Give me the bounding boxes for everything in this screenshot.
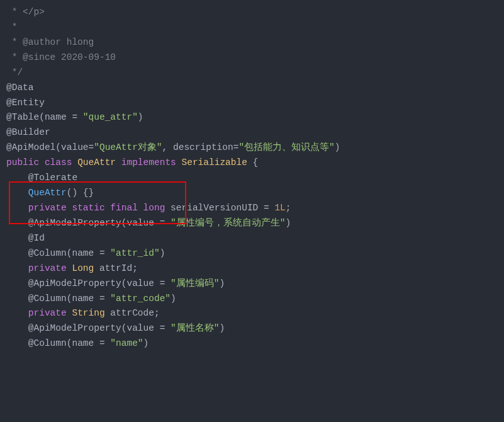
code-token: "包括能力、知识点等" [238,142,334,152]
code-token: () {} [67,188,94,198]
code-token: ) [219,278,225,288]
code-token: private [28,263,67,273]
code-token: private [28,203,67,213]
code-token: Long [72,263,94,273]
code-line: @Column(name = "name") [6,336,498,351]
code-token: * @author hlong [12,37,94,47]
code-token: ; [286,203,291,213]
code-token: ) [138,112,143,122]
code-line: * @author hlong [6,35,498,50]
code-token: , description= [162,142,239,152]
code-token: static [72,203,104,213]
code-line: private static final long serialVersionU… [6,201,498,216]
code-token: ) [143,338,149,348]
code-token: ) [160,248,165,258]
code-line: @Column(name = "attr_code") [6,292,498,307]
code-token: QueAttr [28,188,67,198]
code-token: @Builder [6,127,50,137]
code-token: @Tolerate [28,173,77,183]
code-token: * @since 2020-09-10 [12,52,116,62]
code-token: attrId; [94,263,138,273]
code-line: @ApiModelProperty(value = "属性编号，系统自动产生") [6,216,498,231]
code-token: public [6,157,39,168]
code-token: QueAttr [77,157,116,168]
code-line: * [6,20,498,35]
code-line: * @since 2020-09-10 [6,50,498,66]
code-token: long [143,203,165,213]
code-token [39,157,45,168]
code-token: (value = [121,218,171,228]
code-token: @ApiModel [6,142,55,152]
code-token: "attr_id" [110,248,159,258]
code-line: @Tolerate [6,171,498,186]
code-token: private [28,308,67,318]
code-token: { [247,157,258,168]
code-token: ) [219,323,225,333]
code-token: Serializable [181,157,247,168]
code-token [138,203,143,213]
code-token: @Data [6,83,34,93]
code-token: (name = [67,294,111,304]
code-token: ) [285,218,291,228]
code-token: "QueAttr对象" [94,142,162,152]
code-token: "属性编号，系统自动产生" [171,218,285,228]
code-line: private String attrCode; [6,306,498,321]
code-line: @Entity [6,96,498,111]
code-token: @Column [28,248,67,258]
code-token: @Table [6,112,39,122]
code-token: ) [171,294,176,304]
code-token: implements [121,157,176,168]
code-line: @ApiModelProperty(value = "属性编码") [6,277,498,292]
code-line: @Builder [6,125,498,140]
code-token: @ApiModelProperty [28,218,121,228]
code-line: private Long attrId; [6,261,498,277]
code-token: final [110,203,138,213]
code-token: * </p> [12,7,45,17]
code-line: QueAttr() {} [6,186,498,201]
code-token: * [12,22,18,32]
code-token: "que_attr" [83,112,138,122]
code-token: @Entity [6,98,45,108]
code-token: (name = [39,112,83,122]
code-token: "attr_code" [110,294,171,304]
code-line: @Data [6,81,498,96]
code-block: * </p> * * @author hlong * @since 2020-0… [6,5,498,351]
code-token: ) [335,142,340,152]
code-token: attrCode; [105,308,160,318]
code-line: @Column(name = "attr_id") [6,246,498,261]
code-token: (name = [67,338,111,348]
code-token [116,157,121,168]
code-token: String [72,308,104,318]
code-token [72,157,77,168]
code-token: (value = [121,278,171,288]
code-token: class [45,157,72,168]
code-token: @Id [28,233,45,243]
code-token: "属性名称" [171,323,219,333]
code-token: (name = [67,248,111,258]
code-line: @ApiModel(value="QueAttr对象", description… [6,140,498,156]
code-token: */ [12,67,23,77]
code-token: @ApiModelProperty [28,278,121,288]
code-token: "name" [110,338,143,348]
code-token: "属性编码" [171,278,219,288]
code-line: @Id [6,231,498,246]
code-token: (value = [121,323,171,333]
code-line: public class QueAttr implements Serializ… [6,156,498,171]
code-token: (value= [55,142,94,152]
code-token: 1L [274,203,285,213]
code-line: @ApiModelProperty(value = "属性名称") [6,321,498,336]
code-token: @Column [28,294,67,304]
code-token: serialVersionUID = [165,203,274,213]
code-line: * </p> [6,5,498,20]
code-token: @Column [28,338,67,348]
code-line: @Table(name = "que_attr") [6,110,498,125]
code-line: */ [6,66,498,81]
code-token: @ApiModelProperty [28,323,121,333]
